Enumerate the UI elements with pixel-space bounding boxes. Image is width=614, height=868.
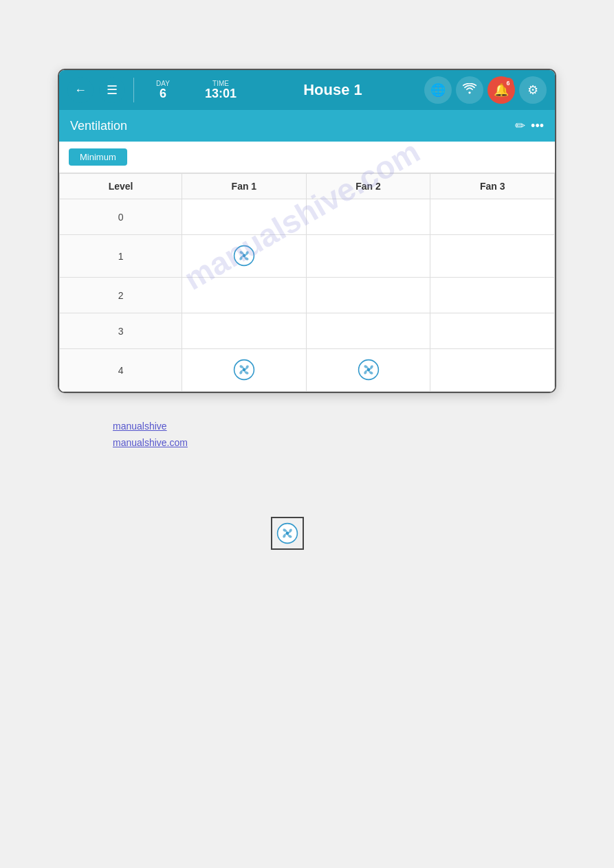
device-frame: ← ☰ DAY 6 TIME 13:01 House 1 xyxy=(58,69,556,393)
day-display: DAY 6 xyxy=(142,80,184,101)
back-icon: ← xyxy=(74,83,87,98)
below-watermark: manualshive manualshive.com xyxy=(113,421,188,454)
fan3-cell-3 xyxy=(430,313,555,349)
col-level: Level xyxy=(60,174,182,199)
day-value: 6 xyxy=(160,87,166,101)
notification-button[interactable]: 🔔 6 xyxy=(487,76,515,104)
day-time-group: DAY 6 TIME 13:01 xyxy=(142,80,241,101)
section-actions: ✏ ••• xyxy=(515,118,544,133)
fan1-cell-1 xyxy=(182,235,307,278)
fan1-cell-3 xyxy=(182,313,307,349)
level-cell: 3 xyxy=(60,313,182,349)
ventilation-table: Level Fan 1 Fan 2 Fan 3 0 xyxy=(59,173,555,392)
time-display: TIME 13:01 xyxy=(200,80,241,101)
fan-icon xyxy=(232,357,256,382)
table-row: 1 xyxy=(60,235,555,278)
wifi-button[interactable] xyxy=(456,76,483,104)
header-right: 🌐 🔔 6 xyxy=(424,76,547,104)
menu-button[interactable]: ☰ xyxy=(99,77,125,103)
menu-icon: ☰ xyxy=(107,82,118,98)
legend-icon-box xyxy=(271,517,304,550)
col-fan1: Fan 1 xyxy=(182,174,307,199)
fan2-cell-4 xyxy=(306,349,430,392)
svg-point-5 xyxy=(366,368,370,372)
wifi-icon xyxy=(463,83,476,98)
below-content: manualshive manualshive.com xyxy=(58,393,556,586)
table-row: 0 xyxy=(60,199,555,235)
level-cell: 1 xyxy=(60,235,182,278)
table-header-row: Level Fan 1 Fan 2 Fan 3 xyxy=(60,174,555,199)
fan1-cell-4 xyxy=(182,349,307,392)
fan3-cell-0 xyxy=(430,199,555,235)
edit-button[interactable]: ✏ xyxy=(515,118,525,133)
settings-icon: ⚙ xyxy=(527,82,538,98)
link-2[interactable]: manualshive.com xyxy=(113,437,188,448)
fan2-cell-1 xyxy=(306,235,430,278)
notification-badge: 6 xyxy=(503,78,514,89)
level-cell: 4 xyxy=(60,349,182,392)
more-icon: ••• xyxy=(531,119,544,133)
content-area: manualshive.com Minimum Level Fan 1 Fan … xyxy=(59,142,555,392)
fan-icon xyxy=(356,357,381,382)
header-title: House 1 xyxy=(247,81,419,99)
fan2-cell-0 xyxy=(306,199,430,235)
fan-icon xyxy=(232,243,256,268)
section-title: Ventilation xyxy=(70,119,127,133)
fan2-cell-2 xyxy=(306,278,430,313)
header-divider xyxy=(133,78,134,102)
level-cell: 2 xyxy=(60,278,182,313)
fan1-cell-2 xyxy=(182,278,307,313)
fan3-cell-2 xyxy=(430,278,555,313)
tab-minimum-label: Minimum xyxy=(80,152,116,162)
globe-button[interactable]: 🌐 xyxy=(424,76,452,104)
svg-point-7 xyxy=(286,532,289,535)
globe-icon: 🌐 xyxy=(430,82,446,98)
col-fan3: Fan 3 xyxy=(430,174,555,199)
tab-minimum[interactable]: Minimum xyxy=(69,148,127,166)
back-button[interactable]: ← xyxy=(67,77,94,103)
svg-point-1 xyxy=(242,254,245,258)
time-value: 13:01 xyxy=(205,87,237,101)
day-label: DAY xyxy=(156,80,170,87)
table-row: 2 xyxy=(60,278,555,313)
table-row: 4 xyxy=(60,349,555,392)
fan1-cell-0 xyxy=(182,199,307,235)
fan2-cell-3 xyxy=(306,313,430,349)
section-header: Ventilation ✏ ••• xyxy=(59,110,555,142)
table-row: 3 xyxy=(60,313,555,349)
level-cell: 0 xyxy=(60,199,182,235)
tab-bar: Minimum xyxy=(59,142,555,173)
app-container: ← ☰ DAY 6 TIME 13:01 House 1 xyxy=(0,0,614,868)
header: ← ☰ DAY 6 TIME 13:01 House 1 xyxy=(59,70,555,110)
more-button[interactable]: ••• xyxy=(531,119,544,133)
settings-button[interactable]: ⚙ xyxy=(519,76,547,104)
time-label: TIME xyxy=(212,80,229,87)
link-1[interactable]: manualshive xyxy=(113,421,188,432)
col-fan2: Fan 2 xyxy=(306,174,430,199)
svg-point-3 xyxy=(242,368,245,372)
fan3-cell-1 xyxy=(430,235,555,278)
fan3-cell-4 xyxy=(430,349,555,392)
edit-icon: ✏ xyxy=(515,118,525,133)
